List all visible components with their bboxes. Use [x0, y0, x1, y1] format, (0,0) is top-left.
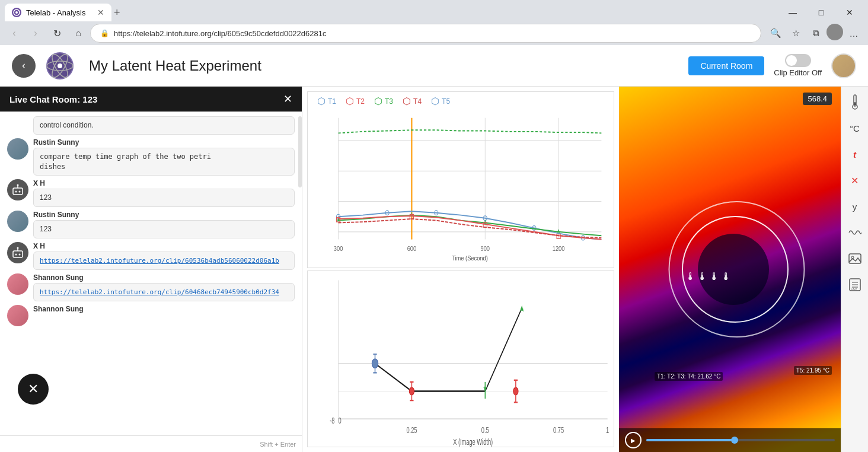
- chat-input[interactable]: [6, 440, 260, 448]
- svg-text:Time (Second): Time (Second): [452, 255, 488, 262]
- current-room-button[interactable]: Current Room: [688, 56, 764, 75]
- collections-icon-btn[interactable]: ⧉: [806, 24, 825, 43]
- window-controls: — □ ✕: [779, 4, 863, 21]
- list-item: Rustin Sunny 123: [7, 211, 295, 238]
- video-progress[interactable]: [646, 439, 835, 441]
- app-container: ‹ My Latent Heat Experiment Current Room…: [0, 45, 868, 452]
- video-controls: ▶: [619, 428, 841, 452]
- scatter-svg: -8 0 0.25 0.5 0.75 1 X (Image Width): [308, 271, 614, 447]
- charts-area: ⬡ T1 ⬡ T2 ⬡ T3 ⬡ T4: [302, 87, 619, 452]
- svg-point-16: [17, 247, 19, 249]
- svg-text:900: 900: [481, 245, 490, 252]
- message-bubble: control condition.: [33, 116, 295, 135]
- menu-button[interactable]: …: [844, 24, 863, 43]
- svg-rect-7: [13, 188, 23, 195]
- svg-point-14: [19, 253, 21, 255]
- clip-editor-toggle[interactable]: [785, 54, 811, 67]
- video-thumb: [731, 437, 738, 444]
- avatar: [7, 138, 28, 160]
- chat-input-hint: Shift + Enter: [260, 441, 296, 448]
- minimize-button[interactable]: —: [779, 4, 806, 21]
- svg-text:X (Image Width): X (Image Width): [453, 437, 493, 447]
- legend-t1: ⬡ T1: [317, 96, 336, 107]
- main-layout: Live Chat Room: 123 ✕ control condition.…: [0, 87, 868, 452]
- cross-tool-button[interactable]: ✕: [844, 170, 866, 191]
- back-button[interactable]: ‹: [5, 24, 24, 43]
- clip-link[interactable]: https://telelab2.intofuture.org/clip/604…: [40, 288, 279, 296]
- avatar: [7, 179, 28, 200]
- time-icon: t: [853, 149, 856, 160]
- float-close-button[interactable]: ✕: [18, 374, 49, 405]
- chart-legend: ⬡ T1 ⬡ T2 ⬡ T3 ⬡ T4: [308, 92, 614, 110]
- user-avatar[interactable]: [831, 53, 856, 78]
- play-button[interactable]: ▶: [625, 432, 642, 448]
- message-author: X H: [33, 242, 295, 250]
- chat-title: Live Chat Room: 123: [9, 94, 97, 104]
- time-tool-button[interactable]: t: [844, 144, 866, 165]
- search-icon-btn[interactable]: 🔍: [766, 24, 785, 43]
- svg-text:1200: 1200: [553, 245, 565, 252]
- temp-label-inner: T1: T2: T3: T4: 21.62 °C: [655, 372, 723, 381]
- wave-tool-button[interactable]: [844, 222, 866, 243]
- scrollbar[interactable]: [298, 116, 302, 187]
- thermal-toolbar: °C t ✕ y CSV: [841, 87, 868, 452]
- scatter-chart: -8 0 0.25 0.5 0.75 1 X (Image Width): [307, 270, 614, 447]
- avatar: [7, 305, 28, 326]
- image-tool-button[interactable]: [844, 248, 866, 269]
- back-app-button[interactable]: ‹: [12, 54, 36, 78]
- time-indicator: 568.4: [803, 93, 832, 105]
- chat-input-area: Shift + Enter: [0, 435, 302, 452]
- close-button[interactable]: ✕: [836, 4, 863, 21]
- svg-text:600: 600: [407, 245, 417, 252]
- new-tab-button[interactable]: +: [114, 7, 120, 19]
- message-author: X H: [33, 179, 295, 187]
- maximize-button[interactable]: □: [808, 4, 835, 21]
- message-bubble: https://telelab2.intofuture.org/clip/604…: [33, 283, 295, 301]
- y-tool-button[interactable]: y: [844, 196, 866, 217]
- y-icon: y: [853, 202, 857, 212]
- csv-tool-button[interactable]: CSV: [844, 274, 866, 295]
- svg-rect-73: [854, 102, 856, 107]
- list-item: X H 123: [7, 179, 295, 207]
- message-bubble: https://telelab2.intofuture.org/clip/605…: [33, 252, 295, 270]
- chat-close-button[interactable]: ✕: [283, 93, 292, 106]
- refresh-button[interactable]: ↻: [47, 24, 66, 43]
- lock-icon: 🔒: [100, 29, 109, 37]
- legend-t5: ⬡ T5: [431, 96, 450, 107]
- clip-link[interactable]: https://telelab2.intofuture.org/clip/605…: [40, 257, 279, 265]
- svg-text:0: 0: [339, 416, 342, 426]
- tab-close-button[interactable]: ✕: [97, 8, 104, 17]
- svg-text:0.5: 0.5: [481, 425, 489, 435]
- back-arrow-icon: ‹: [22, 59, 25, 72]
- avatar: [7, 242, 28, 263]
- message-bubble: compare temp time graph of the two petri…: [33, 148, 295, 176]
- favorites-icon-btn[interactable]: ☆: [786, 24, 805, 43]
- message-bubble: 123: [33, 220, 295, 238]
- thermometer-tool-button[interactable]: [844, 91, 866, 113]
- forward-button[interactable]: ›: [26, 24, 45, 43]
- svg-point-11: [17, 184, 19, 186]
- profile-avatar[interactable]: [826, 24, 843, 40]
- clip-editor-label: Clip Editor Off: [774, 68, 822, 77]
- message-bubble: 123: [33, 189, 295, 207]
- thermometer-icon-2: 🌡: [697, 270, 708, 283]
- app-logo: [45, 51, 75, 81]
- home-button[interactable]: ⌂: [69, 24, 88, 43]
- active-tab[interactable]: Telelab - Analysis ✕: [5, 4, 111, 21]
- thermometer-icon-4: 🌡: [721, 270, 732, 283]
- address-bar[interactable]: 🔒 https://telelab2.intofuture.org/clip/6…: [90, 24, 761, 43]
- temperature-time-chart: ⬡ T1 ⬡ T2 ⬡ T3 ⬡ T4: [307, 91, 614, 268]
- legend-t4: ⬡ T4: [403, 96, 422, 107]
- browser-toolbar-icons: 🔍 ☆ ⧉ …: [766, 24, 863, 43]
- list-item: X H https://telelab2.intofuture.org/clip…: [7, 242, 295, 270]
- thermometer-icon-1: 🌡: [685, 270, 696, 283]
- message-author: Rustin Sunny: [33, 211, 295, 219]
- message-author: Shannon Sung: [33, 273, 295, 282]
- temp-label-outer: T5: 21.95 °C: [794, 366, 832, 375]
- app-title: My Latent Heat Experiment: [89, 58, 679, 74]
- svg-marker-70: [520, 305, 524, 312]
- celsius-tool-button[interactable]: °C: [844, 117, 866, 139]
- list-item: Rustin Sunny compare temp time graph of …: [7, 138, 295, 176]
- svg-text:0.75: 0.75: [553, 425, 564, 435]
- svg-text:-8: -8: [330, 416, 335, 426]
